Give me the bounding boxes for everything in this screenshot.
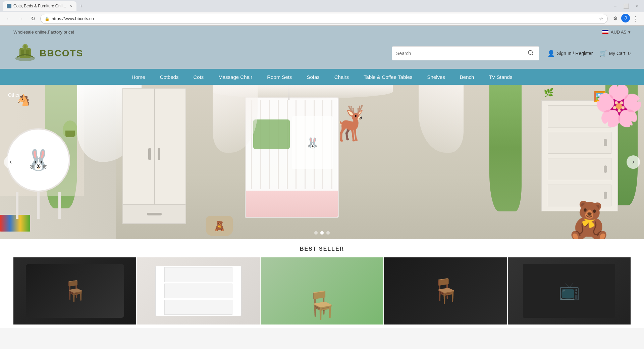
back-btn[interactable]: ← xyxy=(4,14,13,23)
currency-selector[interactable]: AUD A$ ▾ xyxy=(602,30,631,35)
svg-point-6 xyxy=(528,50,532,54)
search-button[interactable] xyxy=(526,48,535,58)
browser-titlebar: Cots, Beds & Furniture Online S... × + −… xyxy=(0,0,644,12)
product-card-5[interactable]: 📺 xyxy=(508,257,631,325)
browser-tab[interactable]: Cots, Beds & Furniture Online S... × xyxy=(3,1,76,11)
nav-item-room-sets[interactable]: Room Sets xyxy=(260,69,299,85)
dresser-plant: 🌿 xyxy=(544,88,554,97)
slider-dot-1[interactable] xyxy=(314,231,318,235)
main-crib: 🐰 xyxy=(245,97,339,218)
nav-item-bench[interactable]: Bench xyxy=(452,69,482,85)
nav-item-table-coffee-tables[interactable]: Table & Coffee Tables xyxy=(356,69,420,85)
slider-dot-3[interactable] xyxy=(326,231,330,235)
extensions-icon[interactable]: ⚙ xyxy=(610,14,620,23)
product-grid: 🪑 🪑 xyxy=(13,257,631,325)
address-bar[interactable]: 🔒 https://www.bbcots.co ☆ xyxy=(40,14,608,24)
tab-favicon xyxy=(7,4,11,8)
logo-svg xyxy=(13,43,37,63)
product-card-3[interactable]: 🪑 xyxy=(261,257,383,325)
promo-text: Wholesale online,Factory price! xyxy=(13,30,74,35)
window-controls: − ⬜ × xyxy=(610,1,641,11)
curtain-right-1 xyxy=(489,85,522,211)
browser-chrome: Cots, Beds & Furniture Online S... × + −… xyxy=(0,0,644,26)
best-seller-title: BEST SELLER xyxy=(13,246,631,252)
product-card-2[interactable] xyxy=(137,257,260,325)
cart-link[interactable]: 🛒 My Cart: 0 xyxy=(599,50,631,57)
close-btn[interactable]: × xyxy=(632,1,641,11)
chevron-right-icon xyxy=(631,159,636,165)
slider-dots xyxy=(314,231,330,235)
sign-in-link[interactable]: 👤 Sign In / Register xyxy=(547,50,593,57)
logo-text: BBCOTS xyxy=(40,48,83,59)
high-chair: 🐰 xyxy=(6,128,70,219)
moose-toy: 🦌 xyxy=(329,103,371,143)
main-wardrobe xyxy=(122,88,186,224)
logo-area[interactable]: BBCOTS xyxy=(13,43,83,63)
hero-slider: 🐴 xyxy=(0,85,644,239)
search-icon xyxy=(528,50,534,56)
cart-label: My Cart: 0 xyxy=(609,51,631,56)
nav-item-tv-stands[interactable]: TV Stands xyxy=(481,69,520,85)
new-tab-btn[interactable]: + xyxy=(76,1,86,11)
toy-basket: 🧸 xyxy=(206,216,233,236)
address-bar-icons: ☆ xyxy=(599,16,603,21)
top-bar: Wholesale online,Factory price! AUD A$ ▾ xyxy=(0,26,644,38)
flag-icon xyxy=(602,30,609,34)
forward-btn[interactable]: → xyxy=(16,14,25,23)
minimize-btn[interactable]: − xyxy=(610,1,620,11)
crib-bedding xyxy=(246,191,338,217)
browser-toolbar: ← → ↻ 🔒 https://www.bbcots.co ☆ ⚙ J ⋮ xyxy=(0,12,644,26)
user-icon: 👤 xyxy=(547,50,555,57)
product-card-4[interactable]: 🪑 xyxy=(384,257,507,325)
teddy-bear: 🧸 xyxy=(566,202,612,239)
site-nav: Home Cotbeds Cots Massage Chair Room Set… xyxy=(0,69,644,85)
header-right: 👤 Sign In / Register 🛒 My Cart: 0 xyxy=(392,46,631,60)
product-card-1[interactable]: 🪑 xyxy=(13,257,136,325)
browser-menu-btn[interactable]: ⋮ xyxy=(631,14,640,24)
chevron-left-icon xyxy=(8,159,13,165)
slider-prev-btn[interactable] xyxy=(4,155,17,169)
search-bar[interactable] xyxy=(392,46,539,60)
flower-plant: 🌸 xyxy=(594,85,644,125)
cart-icon: 🛒 xyxy=(599,50,607,57)
currency-label: AUD A$ xyxy=(611,30,626,35)
site-header: BBCOTS 👤 Sign In / Register 🛒 My Car xyxy=(0,38,644,69)
nav-item-sofas[interactable]: Sofas xyxy=(299,69,327,85)
best-seller-section: BEST SELLER 🪑 xyxy=(0,239,644,328)
search-input[interactable] xyxy=(396,51,526,56)
currency-dropdown-icon: ▾ xyxy=(628,30,631,35)
address-text: https://www.bbcots.co xyxy=(52,16,597,21)
refresh-btn[interactable]: ↻ xyxy=(28,14,38,23)
nav-item-cots[interactable]: Cots xyxy=(186,69,211,85)
slider-next-btn[interactable] xyxy=(627,155,640,169)
crib-green-pillow xyxy=(253,119,290,149)
nav-item-cotbeds[interactable]: Cotbeds xyxy=(153,69,186,85)
maximize-btn[interactable]: ⬜ xyxy=(621,1,631,11)
svg-rect-5 xyxy=(24,45,26,49)
svg-line-7 xyxy=(532,54,533,55)
nav-item-home[interactable]: Home xyxy=(124,69,153,85)
lock-icon: 🔒 xyxy=(45,16,50,21)
header-actions: 👤 Sign In / Register 🛒 My Cart: 0 xyxy=(547,50,631,57)
star-icon[interactable]: ☆ xyxy=(599,16,603,21)
profile-avatar[interactable]: J xyxy=(621,14,630,22)
tab-close-btn[interactable]: × xyxy=(70,4,72,9)
nav-item-massage-chair[interactable]: Massage Chair xyxy=(211,69,260,85)
nav-item-shelves[interactable]: Shelves xyxy=(420,69,452,85)
bunny-bedding: 🐰 xyxy=(292,116,333,169)
sign-in-label: Sign In / Register xyxy=(557,51,593,56)
website: Wholesale online,Factory price! AUD A$ ▾… xyxy=(0,26,644,328)
slider-dot-2[interactable] xyxy=(320,231,324,235)
other-label: Other xyxy=(8,92,20,98)
nav-item-chairs[interactable]: Chairs xyxy=(327,69,356,85)
toolbar-icons: ⚙ J ⋮ xyxy=(610,14,640,24)
tab-title: Cots, Beds & Furniture Online S... xyxy=(13,4,66,8)
